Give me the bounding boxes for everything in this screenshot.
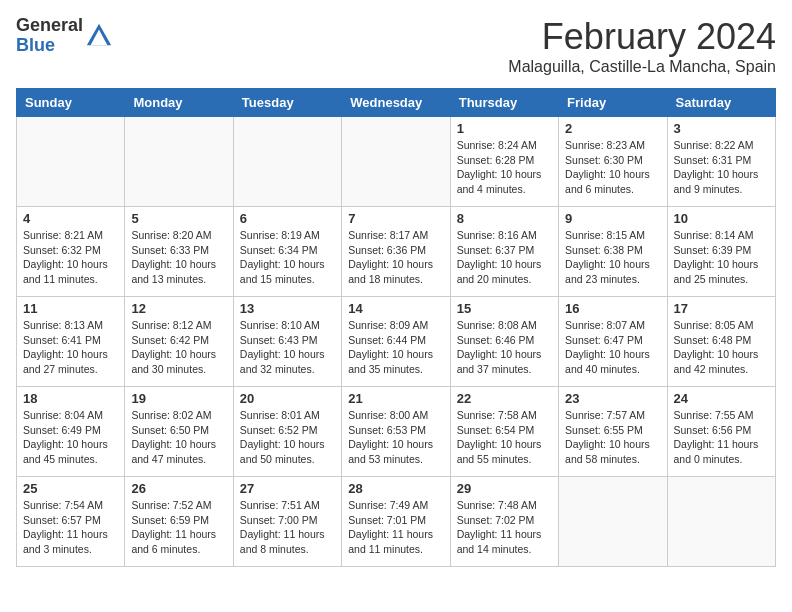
- day-number: 3: [674, 121, 769, 136]
- calendar-week-row: 4Sunrise: 8:21 AM Sunset: 6:32 PM Daylig…: [17, 207, 776, 297]
- calendar-cell: [233, 117, 341, 207]
- logo-icon: [85, 22, 113, 50]
- day-info: Sunrise: 8:10 AM Sunset: 6:43 PM Dayligh…: [240, 318, 335, 377]
- day-info: Sunrise: 8:13 AM Sunset: 6:41 PM Dayligh…: [23, 318, 118, 377]
- calendar-cell: 3Sunrise: 8:22 AM Sunset: 6:31 PM Daylig…: [667, 117, 775, 207]
- day-number: 26: [131, 481, 226, 496]
- day-header-sunday: Sunday: [17, 89, 125, 117]
- day-info: Sunrise: 8:14 AM Sunset: 6:39 PM Dayligh…: [674, 228, 769, 287]
- day-header-wednesday: Wednesday: [342, 89, 450, 117]
- day-header-tuesday: Tuesday: [233, 89, 341, 117]
- calendar-cell: 19Sunrise: 8:02 AM Sunset: 6:50 PM Dayli…: [125, 387, 233, 477]
- calendar-cell: 28Sunrise: 7:49 AM Sunset: 7:01 PM Dayli…: [342, 477, 450, 567]
- day-header-saturday: Saturday: [667, 89, 775, 117]
- calendar-cell: 12Sunrise: 8:12 AM Sunset: 6:42 PM Dayli…: [125, 297, 233, 387]
- day-number: 9: [565, 211, 660, 226]
- day-info: Sunrise: 8:12 AM Sunset: 6:42 PM Dayligh…: [131, 318, 226, 377]
- day-number: 22: [457, 391, 552, 406]
- calendar-cell: 21Sunrise: 8:00 AM Sunset: 6:53 PM Dayli…: [342, 387, 450, 477]
- calendar-cell: 2Sunrise: 8:23 AM Sunset: 6:30 PM Daylig…: [559, 117, 667, 207]
- page-header: General Blue February 2024 Malaguilla, C…: [16, 16, 776, 76]
- day-info: Sunrise: 8:24 AM Sunset: 6:28 PM Dayligh…: [457, 138, 552, 197]
- calendar-cell: 9Sunrise: 8:15 AM Sunset: 6:38 PM Daylig…: [559, 207, 667, 297]
- day-info: Sunrise: 8:05 AM Sunset: 6:48 PM Dayligh…: [674, 318, 769, 377]
- day-number: 15: [457, 301, 552, 316]
- day-header-friday: Friday: [559, 89, 667, 117]
- calendar-cell: 1Sunrise: 8:24 AM Sunset: 6:28 PM Daylig…: [450, 117, 558, 207]
- day-number: 14: [348, 301, 443, 316]
- calendar-week-row: 18Sunrise: 8:04 AM Sunset: 6:49 PM Dayli…: [17, 387, 776, 477]
- calendar-cell: 25Sunrise: 7:54 AM Sunset: 6:57 PM Dayli…: [17, 477, 125, 567]
- day-info: Sunrise: 8:23 AM Sunset: 6:30 PM Dayligh…: [565, 138, 660, 197]
- calendar-cell: 29Sunrise: 7:48 AM Sunset: 7:02 PM Dayli…: [450, 477, 558, 567]
- calendar-cell: 8Sunrise: 8:16 AM Sunset: 6:37 PM Daylig…: [450, 207, 558, 297]
- calendar-cell: 17Sunrise: 8:05 AM Sunset: 6:48 PM Dayli…: [667, 297, 775, 387]
- calendar-cell: 13Sunrise: 8:10 AM Sunset: 6:43 PM Dayli…: [233, 297, 341, 387]
- calendar-cell: 4Sunrise: 8:21 AM Sunset: 6:32 PM Daylig…: [17, 207, 125, 297]
- day-info: Sunrise: 8:16 AM Sunset: 6:37 PM Dayligh…: [457, 228, 552, 287]
- day-number: 7: [348, 211, 443, 226]
- calendar-week-row: 1Sunrise: 8:24 AM Sunset: 6:28 PM Daylig…: [17, 117, 776, 207]
- calendar-cell: 24Sunrise: 7:55 AM Sunset: 6:56 PM Dayli…: [667, 387, 775, 477]
- calendar-cell: 26Sunrise: 7:52 AM Sunset: 6:59 PM Dayli…: [125, 477, 233, 567]
- day-info: Sunrise: 8:09 AM Sunset: 6:44 PM Dayligh…: [348, 318, 443, 377]
- calendar-cell: 14Sunrise: 8:09 AM Sunset: 6:44 PM Dayli…: [342, 297, 450, 387]
- day-number: 17: [674, 301, 769, 316]
- calendar-week-row: 25Sunrise: 7:54 AM Sunset: 6:57 PM Dayli…: [17, 477, 776, 567]
- day-info: Sunrise: 7:51 AM Sunset: 7:00 PM Dayligh…: [240, 498, 335, 557]
- day-info: Sunrise: 8:08 AM Sunset: 6:46 PM Dayligh…: [457, 318, 552, 377]
- day-info: Sunrise: 7:58 AM Sunset: 6:54 PM Dayligh…: [457, 408, 552, 467]
- day-number: 28: [348, 481, 443, 496]
- calendar-cell: 5Sunrise: 8:20 AM Sunset: 6:33 PM Daylig…: [125, 207, 233, 297]
- day-info: Sunrise: 8:20 AM Sunset: 6:33 PM Dayligh…: [131, 228, 226, 287]
- calendar-cell: 15Sunrise: 8:08 AM Sunset: 6:46 PM Dayli…: [450, 297, 558, 387]
- calendar-cell: 6Sunrise: 8:19 AM Sunset: 6:34 PM Daylig…: [233, 207, 341, 297]
- calendar-cell: [17, 117, 125, 207]
- day-info: Sunrise: 7:52 AM Sunset: 6:59 PM Dayligh…: [131, 498, 226, 557]
- calendar-cell: 22Sunrise: 7:58 AM Sunset: 6:54 PM Dayli…: [450, 387, 558, 477]
- logo-blue: Blue: [16, 36, 83, 56]
- day-info: Sunrise: 8:02 AM Sunset: 6:50 PM Dayligh…: [131, 408, 226, 467]
- logo: General Blue: [16, 16, 113, 56]
- day-number: 6: [240, 211, 335, 226]
- day-info: Sunrise: 8:21 AM Sunset: 6:32 PM Dayligh…: [23, 228, 118, 287]
- calendar-cell: 18Sunrise: 8:04 AM Sunset: 6:49 PM Dayli…: [17, 387, 125, 477]
- calendar-cell: 10Sunrise: 8:14 AM Sunset: 6:39 PM Dayli…: [667, 207, 775, 297]
- day-info: Sunrise: 7:57 AM Sunset: 6:55 PM Dayligh…: [565, 408, 660, 467]
- day-number: 27: [240, 481, 335, 496]
- calendar-cell: [667, 477, 775, 567]
- day-number: 24: [674, 391, 769, 406]
- day-info: Sunrise: 8:15 AM Sunset: 6:38 PM Dayligh…: [565, 228, 660, 287]
- day-number: 25: [23, 481, 118, 496]
- day-number: 20: [240, 391, 335, 406]
- day-number: 13: [240, 301, 335, 316]
- day-info: Sunrise: 8:00 AM Sunset: 6:53 PM Dayligh…: [348, 408, 443, 467]
- calendar-cell: 11Sunrise: 8:13 AM Sunset: 6:41 PM Dayli…: [17, 297, 125, 387]
- calendar-cell: 20Sunrise: 8:01 AM Sunset: 6:52 PM Dayli…: [233, 387, 341, 477]
- day-info: Sunrise: 7:49 AM Sunset: 7:01 PM Dayligh…: [348, 498, 443, 557]
- day-info: Sunrise: 7:55 AM Sunset: 6:56 PM Dayligh…: [674, 408, 769, 467]
- calendar-cell: [559, 477, 667, 567]
- day-info: Sunrise: 8:19 AM Sunset: 6:34 PM Dayligh…: [240, 228, 335, 287]
- day-info: Sunrise: 7:48 AM Sunset: 7:02 PM Dayligh…: [457, 498, 552, 557]
- calendar-cell: 23Sunrise: 7:57 AM Sunset: 6:55 PM Dayli…: [559, 387, 667, 477]
- day-number: 19: [131, 391, 226, 406]
- day-info: Sunrise: 8:07 AM Sunset: 6:47 PM Dayligh…: [565, 318, 660, 377]
- logo-general: General: [16, 16, 83, 36]
- calendar-cell: [342, 117, 450, 207]
- title-section: February 2024 Malaguilla, Castille-La Ma…: [508, 16, 776, 76]
- day-info: Sunrise: 8:17 AM Sunset: 6:36 PM Dayligh…: [348, 228, 443, 287]
- day-number: 5: [131, 211, 226, 226]
- day-info: Sunrise: 8:04 AM Sunset: 6:49 PM Dayligh…: [23, 408, 118, 467]
- day-number: 12: [131, 301, 226, 316]
- day-info: Sunrise: 8:22 AM Sunset: 6:31 PM Dayligh…: [674, 138, 769, 197]
- day-number: 2: [565, 121, 660, 136]
- day-header-thursday: Thursday: [450, 89, 558, 117]
- day-number: 10: [674, 211, 769, 226]
- day-info: Sunrise: 8:01 AM Sunset: 6:52 PM Dayligh…: [240, 408, 335, 467]
- day-number: 23: [565, 391, 660, 406]
- day-number: 21: [348, 391, 443, 406]
- day-number: 8: [457, 211, 552, 226]
- calendar-header-row: SundayMondayTuesdayWednesdayThursdayFrid…: [17, 89, 776, 117]
- calendar-week-row: 11Sunrise: 8:13 AM Sunset: 6:41 PM Dayli…: [17, 297, 776, 387]
